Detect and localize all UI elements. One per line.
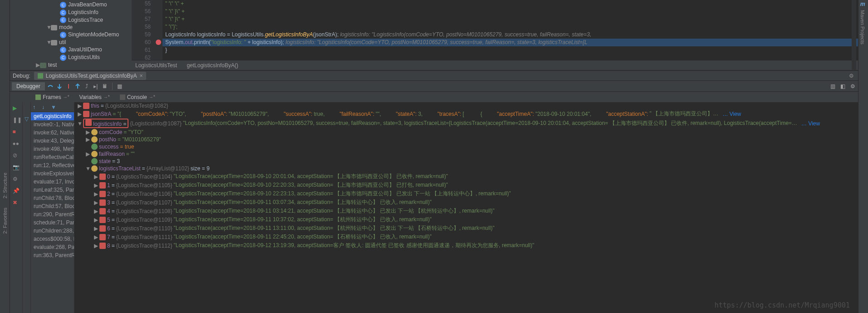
frame-row[interactable]: run:12, Reflective [31,161,74,169]
view-breakpoints-icon[interactable]: ●● [13,140,20,148]
frame-row[interactable]: invoke0:-1, Nativ [31,120,74,129]
breadcrumb-method[interactable]: getLogisticsInfoByA() [187,62,238,69]
variable-row[interactable]: ▶ jsonStrA = "{ "comCodeA": "YTO", "post… [74,109,868,118]
variable-row[interactable]: ▶ comCode = "YTO" [74,129,868,136]
gear-icon[interactable]: ⚙ [849,73,855,79]
frames-nav-controls: ▽ [23,102,31,313]
project-tree-item[interactable]: ▶test [10,61,132,69]
step-out-icon[interactable] [74,83,81,90]
filter-icon[interactable]: ▽ [25,116,29,122]
variable-row[interactable]: ▶ this = {LogisticsUtilsTest@1082} [74,102,868,109]
variable-row[interactable]: state = 3 [74,158,868,165]
editor-breadcrumbs[interactable]: LogisticsUtilsTest getLogisticsInfoByA() [132,60,868,70]
variable-row[interactable]: ▶ 2 = {LogisticsTrace@1106} "LogisticsTr… [74,189,868,198]
close-icon[interactable]: ✖ [13,199,20,207]
variable-row[interactable]: success = true [74,143,868,150]
frame-row[interactable]: invoke:62, Native [31,129,74,137]
code-area[interactable]: " '\" '\" +" '\" }\" +" '\" }\" +" '\"}'… [163,0,868,60]
field-icon [91,144,98,150]
frame-row[interactable]: invoke:498, Meth [31,145,74,153]
step-over-icon[interactable] [47,83,54,90]
variable-row[interactable]: ▶ 7 = {LogisticsTrace@1111} "LogisticsTr… [74,233,868,241]
structure-toolwindow-button[interactable]: 2: Structure [2,173,8,199]
project-tree-item[interactable]: CSingletonModeDemo [10,31,132,39]
breakpoint-icon[interactable] [156,40,161,45]
variable-row[interactable]: ▼ logisticsTraceList = {ArrayList@1102} … [74,165,868,172]
frame-row[interactable]: access$000:58, P [31,235,74,243]
frame-row[interactable]: runChild:78, Bloc [31,194,74,202]
drop-frame-icon[interactable]: ⤴ [83,83,90,90]
filter-frames-icon[interactable]: ▼ [51,104,57,110]
variable-row[interactable]: ▶ failReason = "" [74,150,868,158]
frames-panel[interactable]: ↑ ↓ ▼ getLogisticsInfoinvoke0:-1, Nativi… [31,102,74,313]
pin-icon[interactable]: 📌 [13,188,20,195]
layout-icon[interactable]: ▦ [116,83,123,90]
run-to-cursor-icon[interactable]: ▸| [92,83,99,90]
frame-row[interactable]: runChild:57, Bloc [31,202,74,210]
frame-row[interactable]: runReflectiveCall [31,153,74,161]
breadcrumb-class[interactable]: LogisticsUtilsTest [135,62,177,69]
frame-row[interactable]: invoke:43, Deleg [31,137,74,145]
variable-row[interactable]: ▶ 5 = {LogisticsTrace@1109} "LogisticsTr… [74,215,868,224]
prev-frame-icon[interactable]: ↑ [33,104,39,110]
frame-row[interactable]: evaluate:268, Par [31,243,74,251]
settings-icon[interactable]: ⚙ [13,176,20,183]
debugger-tab[interactable]: Debugger [12,82,45,90]
variables-panel-tab[interactable]: Variables→* [75,93,114,102]
editor-scrollbar[interactable] [852,0,856,70]
step-into-icon[interactable] [56,83,63,90]
variable-row[interactable]: ▶ 1 = {LogisticsTrace@1105} "LogisticsTr… [74,181,868,189]
next-frame-icon[interactable]: ↓ [42,104,48,110]
frame-row[interactable]: invokeExplosively [31,169,74,178]
settings-icon[interactable]: ⚙ [849,83,856,90]
variables-panel[interactable]: ▶ this = {LogisticsUtilsTest@1082}▶ json… [74,102,868,313]
frames-panel-tab[interactable]: Frames→* [31,93,74,102]
close-tab-icon[interactable]: × [139,73,143,79]
project-tree-item[interactable]: ▼util [10,39,132,46]
console-tab-label: Console [127,94,147,100]
frame-row[interactable]: runLeaf:325, Pare [31,186,74,194]
force-step-into-icon[interactable] [65,83,72,90]
view-link[interactable]: … View [722,111,741,117]
get-thread-dump-icon[interactable]: 📷 [13,164,20,171]
frames-nav: ↑ ↓ ▼ [31,102,74,112]
variable-row[interactable]: ▶ 8 = {LogisticsTrace@1112} "LogisticsTr… [74,241,868,250]
breakpoint-gutter[interactable] [154,0,163,60]
overhead-icon[interactable]: ◧ [839,83,846,90]
expand-arrow-icon[interactable]: ▶ [35,62,40,68]
resume-icon[interactable]: ▶ [13,105,20,112]
class-icon: C [60,32,66,38]
project-tree-item[interactable]: CLogisticsTrace [10,16,132,24]
project-tree[interactable]: CJavaBeanDemoCLogisticsInfoCLogisticsTra… [10,0,132,70]
project-tree-item[interactable]: ▼mode [10,24,132,31]
frame-row[interactable]: run:290, ParentRu [31,210,74,219]
variable-row[interactable]: ▶ 0 = {LogisticsTrace@1104} "LogisticsTr… [74,172,868,181]
expand-arrow-icon[interactable]: ▼ [46,24,51,30]
favorites-toolwindow-button[interactable]: 2: Favorites [2,208,8,234]
class-icon: C [60,17,66,23]
project-tree-item[interactable]: CLogisticsInfo [10,9,132,16]
evaluate-expression-icon[interactable]: 🖩 [101,83,108,90]
variable-logisticsinfo[interactable]: ▼ logisticsInfo = {LogisticsInfo@1087} "… [74,118,868,129]
memory-view-icon[interactable]: ▥ [829,83,836,90]
pause-icon[interactable]: ❚❚ [13,117,20,124]
debug-run-tab[interactable]: LogisticsUtilsTest.getLogisticsInfoByA × [34,72,147,80]
variable-row[interactable]: ▶ 4 = {LogisticsTrace@1108} "LogisticsTr… [74,207,868,215]
console-panel-tab[interactable]: Console→* [115,93,160,102]
variable-row[interactable]: ▶ 6 = {LogisticsTrace@1110} "LogisticsTr… [74,224,868,233]
variable-row[interactable]: ▶ postNo = "M0101065279" [74,136,868,143]
maven-toolwindow-button[interactable]: Maven Projects [860,10,865,45]
project-tree-item[interactable]: CJavaUtilDemo [10,46,132,54]
frame-row[interactable]: getLogisticsInfo [31,112,74,120]
frame-row[interactable]: run:363, ParentRu [31,251,74,259]
project-tree-item[interactable]: CJavaBeanDemo [10,1,132,9]
project-tree-item[interactable]: CLogisticsUtils [10,54,132,61]
stop-icon[interactable]: ■ [13,129,20,136]
frame-row[interactable]: evaluate:17, Invo [31,178,74,186]
frame-row[interactable]: schedule:71, Pare [31,219,74,227]
expand-arrow-icon[interactable]: ▼ [46,39,51,45]
variable-row[interactable]: ▶ 3 = {LogisticsTrace@1107} "LogisticsTr… [74,198,868,207]
view-link[interactable]: … View [801,120,820,127]
frame-row[interactable]: runChildren:288, [31,227,74,235]
mute-breakpoints-icon[interactable]: ⊘ [13,152,20,159]
